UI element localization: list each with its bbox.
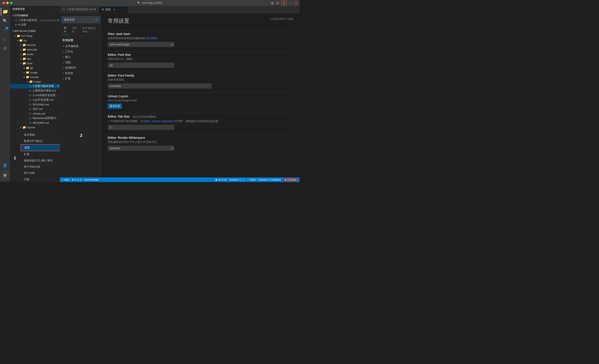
config-profile-label: 配置文件 (默认) [24,139,43,143]
file-install-md[interactable]: ▸ M↓ 1.安装与基本设置.md M [10,84,60,89]
folder-image[interactable]: ▸ 📁 image [10,70,60,75]
security-label: 安全性 [65,71,73,75]
tab-settings[interactable]: ⚙ 设置 ✕ [99,6,128,13]
context-themes[interactable]: 主题 ▸ [21,176,60,182]
settings-search-bar[interactable]: 搜索设置 ≡ ⊻ [62,17,100,23]
colorize-error-label: Colorize [287,178,297,181]
file-readme-md[interactable]: M↓ README.md [10,102,60,107]
file-go-md[interactable]: M↓ 4.go开发设置.md [10,98,60,102]
settings-tabs: 用户 工作区 mo7-blog 文件夹 [60,25,102,36]
layout-icon[interactable]: ⊞ [271,1,274,5]
context-user-snippets[interactable]: 用户代码片段 [21,164,60,170]
context-keyboard-shortcuts[interactable]: 键盘快捷方式 [⌘K ⌘S] ⇧⌘X [21,158,60,164]
folder-posts-label: posts [27,53,60,56]
settings-nav-features[interactable]: ▸ 功能 [60,60,102,65]
open-editor-md[interactable]: M↓ 1.安装与基本设置.md src/tools/vscode M [10,18,60,22]
context-config-profile[interactable]: 配置文件 (默认) ▸ [21,138,60,144]
tab-user[interactable]: 用户 [62,26,70,35]
settings-nav-text-editor[interactable]: ▸ 文本编辑器 [60,44,102,49]
status-spell[interactable]: ✓ Spell [247,178,256,181]
folder-git[interactable]: ▸ 📁 git [10,65,60,70]
folder-tools[interactable]: ▾ 📁 tools · [10,61,60,65]
file-markdown-md[interactable]: M↓ Markdown流程图与思维导图.md [10,116,60,120]
context-command-palette[interactable]: 命令面板... ⇧⌘P [21,132,60,138]
status-branch[interactable]: ⑃ main [62,178,69,181]
file-plugins-md[interactable]: M↓ 2.通用插件推荐.md [10,89,60,93]
status-colorize-error[interactable]: ⊗ Colorize [283,178,298,181]
settings-nav-extensions[interactable]: ▸ 扩展 [60,76,102,81]
minimize-button[interactable] [6,2,9,4]
features-label: 功能 [65,61,70,64]
tab-size-input[interactable] [108,125,174,130]
file-vue-md[interactable]: M↓ 3.vue前端开发设置.md [10,93,60,98]
show-extension-button[interactable]: 显示扩展 [108,104,122,109]
traffic-lights [2,2,12,4]
folder-leetcode[interactable]: ▸ 📁 leetcode [10,47,60,52]
more-actions-icon[interactable]: ··· [55,8,57,10]
search-activity-icon[interactable]: 🔍 [1,17,9,25]
filter-icon[interactable]: ⊻ [96,18,97,21]
open-editor-settings[interactable]: ✕ ⚙ 设置 [10,22,60,27]
folder-posts[interactable]: ▸ 📁 posts [10,52,60,56]
explorer-activity-icon[interactable]: 📁 [1,8,9,16]
settings-nav-common[interactable]: 常用设置 [60,37,102,44]
folder-favorite[interactable]: ▸ 📁 favorite [10,43,60,47]
status-codeium[interactable]: Codeium: {…} [229,178,245,181]
context-settings[interactable]: 设置 ⌘, [21,144,60,151]
auto-save-link[interactable]: 自动保存 [146,37,157,40]
folder-src[interactable]: ▾ 📁 src · [10,38,60,43]
account-activity-icon[interactable]: 👤 [1,161,9,169]
filter-list-icon[interactable]: ≡ [93,18,94,21]
settings-layout-icon[interactable]: ⊡ [282,1,287,5]
tab-md-file[interactable]: M↓ 1.安装与基本设置.md M [60,6,99,13]
file-demo-md-label: 演示.md [33,107,60,111]
settings-nav-application[interactable]: ▸ 应用程序 [60,65,102,71]
vscode-image-arrow: ▸ [26,80,29,83]
run-activity-icon[interactable]: ▷ [1,35,9,43]
file-install-md-label: 1.安装与基本设置.md [33,84,57,88]
settings-nav-workbench[interactable]: ▸ 工作台 [60,49,102,54]
folder-vscode[interactable]: ▾ 📁 vscode · [10,75,60,79]
font-family-description: 控制字体系列。 [108,78,293,82]
spell-check-icon: ✓ [247,178,249,181]
src-arrow: ▾ [16,39,19,42]
folder-mo7-blog[interactable]: ▾ 📁 mo7-blog · [10,34,60,38]
source-control-activity-icon[interactable]: ⑃ 3 [1,26,9,34]
context-extensions[interactable]: 扩展 [21,151,60,158]
close-button[interactable] [2,2,5,4]
file-demo-md[interactable]: M↓ 演示.md [10,107,60,111]
status-golive[interactable]: ◉ Go Live [215,178,227,181]
workspace-header[interactable]: ▾ MO7-BLOG (工作区) [10,29,60,34]
render-whitespace-select[interactable]: selection none boundary trailing all [108,146,174,151]
ellipsis-icon[interactable]: … [289,1,292,5]
maximize-button[interactable] [10,2,12,4]
settings-activity-icon[interactable]: ⚙ [1,171,9,179]
status-launcher[interactable]: Launcnerpad [84,178,98,181]
status-errors[interactable]: ⊗ 0 ⚠ 0 [72,178,81,181]
extensions-activity-icon[interactable]: ⊞ [1,44,9,53]
step-three-badge: 3 [295,1,297,5]
detect-indentation-link[interactable]: Editor: Detect Indentation [144,120,174,123]
folder-tips[interactable]: ▸ 📁 tips [10,56,60,61]
file-readme2-md[interactable]: M↓ README.md [10,120,60,125]
tab-folder[interactable]: mo7-blog 文件夹 [80,26,100,35]
auto-save-select[interactable]: onFocusChange off afterDelay onWindowCha… [108,42,174,47]
search-icon: 🔍 [137,1,141,4]
title-bar: 🔍 mo7-blog (工作区) ⊞ ⊟ ⊡ … 3 [0,0,300,6]
context-user-tasks[interactable]: 用户任务 [21,170,60,176]
status-colorize[interactable]: Colorize: 2 variables [258,178,281,181]
git-folder-icon: 📁 [26,66,29,70]
open-editors-header[interactable]: ▾ 打开的编辑器 [10,13,60,18]
settings-tab-close-icon[interactable]: ✕ [113,8,116,11]
settings-nav-security[interactable]: ▸ 安全性 [60,71,102,76]
folder-vscode-image[interactable]: ▸ 📁 image [10,79,60,84]
file-utools-md[interactable]: M↓ uTools.md [10,111,60,116]
font-family-input[interactable] [108,83,212,89]
application-arrow: ▸ [63,67,64,69]
file-install-md-badge: M [57,85,59,87]
folder-tutorial[interactable]: ▸ 📁 tutorial [10,125,60,130]
font-size-input[interactable] [108,62,174,68]
settings-nav-window[interactable]: ▸ 窗口 [60,54,102,60]
tab-workspace[interactable]: 工作区 [70,26,80,35]
split-icon[interactable]: ⊟ [276,1,279,5]
